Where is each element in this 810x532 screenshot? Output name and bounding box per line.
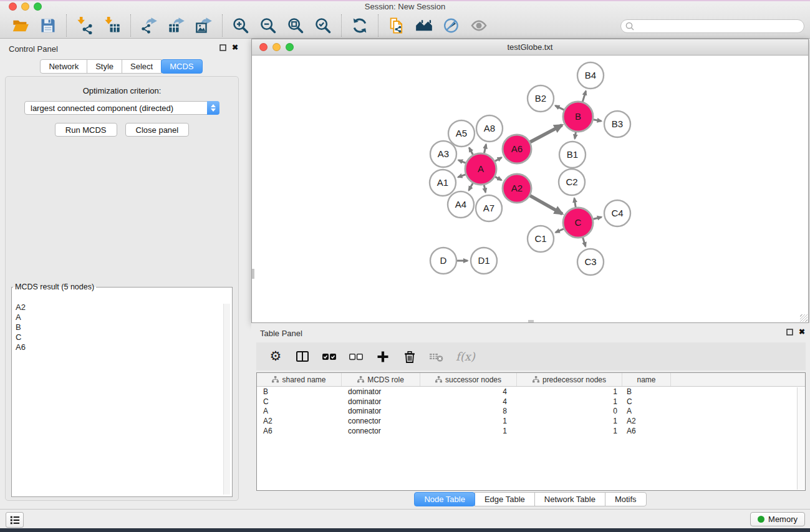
- run-mcds-button[interactable]: Run MCDS: [55, 123, 117, 137]
- graph-edge[interactable]: [555, 105, 564, 110]
- zoom-selected-icon[interactable]: [312, 15, 334, 36]
- export-network-icon[interactable]: [138, 15, 160, 36]
- function-icon[interactable]: f(x): [456, 349, 475, 364]
- graph-edge[interactable]: [530, 196, 562, 214]
- table-cell[interactable]: A2: [622, 417, 671, 425]
- vertical-scrollbar-stub[interactable]: [252, 269, 254, 279]
- result-item[interactable]: A: [14, 312, 221, 322]
- column-header-shared-name[interactable]: shared name: [257, 373, 342, 386]
- split-view-icon[interactable]: [295, 349, 310, 364]
- graph-edge[interactable]: [583, 238, 586, 246]
- graph-node-A7[interactable]: A7: [476, 195, 502, 221]
- table-cell[interactable]: A6: [622, 427, 671, 435]
- graph-edge[interactable]: [458, 160, 466, 163]
- table-cell[interactable]: 8: [420, 407, 517, 415]
- tab-edge-table[interactable]: Edge Table: [475, 492, 535, 506]
- save-session-icon[interactable]: [37, 15, 59, 36]
- minimize-network-window-button[interactable]: [272, 43, 281, 51]
- table-row[interactable]: Adominator80A: [257, 407, 805, 417]
- table-cell[interactable]: A6: [257, 427, 342, 435]
- float-table-panel-icon[interactable]: [786, 329, 793, 336]
- delete-table-icon[interactable]: [429, 349, 444, 364]
- import-network-icon[interactable]: [74, 15, 96, 36]
- table-cell[interactable]: dominator: [342, 397, 420, 406]
- table-cell[interactable]: 1: [420, 417, 517, 425]
- column-header-successor-nodes[interactable]: successor nodes: [420, 373, 517, 386]
- search-input[interactable]: [635, 21, 800, 31]
- graph-node-C4[interactable]: C4: [604, 200, 630, 226]
- table-scrollbar[interactable]: [797, 387, 804, 490]
- table-row[interactable]: A2connector11A2: [257, 416, 805, 426]
- graph-node-B[interactable]: B: [563, 102, 593, 132]
- search-field[interactable]: [620, 19, 804, 33]
- graph-edge[interactable]: [574, 198, 576, 208]
- graph-node-D1[interactable]: D1: [471, 248, 497, 274]
- table-cell[interactable]: 0: [517, 407, 622, 415]
- graph-node-B2[interactable]: B2: [528, 85, 554, 112]
- graph-edge[interactable]: [556, 229, 564, 233]
- graph-node-C3[interactable]: C3: [577, 249, 604, 275]
- tab-mcds[interactable]: MCDS: [161, 59, 202, 74]
- zoom-network-window-button[interactable]: [286, 43, 294, 51]
- column-header-name[interactable]: name: [622, 373, 671, 386]
- table-cell[interactable]: C: [257, 397, 342, 406]
- export-table-icon[interactable]: [165, 15, 188, 36]
- float-panel-icon[interactable]: [219, 44, 226, 51]
- graph-node-B3[interactable]: B3: [604, 111, 630, 137]
- network-window-titlebar[interactable]: testGlobe.txt: [252, 39, 808, 56]
- graph-node-A6[interactable]: A6: [503, 135, 531, 163]
- graph-node-C1[interactable]: C1: [528, 226, 554, 252]
- graph-node-A2[interactable]: A2: [503, 174, 531, 203]
- table-cell[interactable]: B: [622, 387, 671, 396]
- graph-edge[interactable]: [495, 158, 502, 162]
- graph-edge[interactable]: [575, 132, 576, 139]
- table-cell[interactable]: 1: [517, 417, 622, 425]
- table-cell[interactable]: 1: [517, 387, 622, 396]
- zoom-out-icon[interactable]: [257, 15, 279, 36]
- horizontal-scrollbar-stub[interactable]: [528, 320, 534, 322]
- table-cell[interactable]: dominator: [342, 407, 420, 415]
- gear-icon[interactable]: ⚙: [268, 349, 283, 364]
- graph-node-A5[interactable]: A5: [448, 120, 475, 147]
- tab-network[interactable]: Network: [40, 59, 87, 74]
- table-cell[interactable]: connector: [342, 417, 420, 425]
- refresh-icon[interactable]: [349, 15, 371, 36]
- graph-edge[interactable]: [530, 125, 562, 142]
- table-cell[interactable]: B: [257, 387, 342, 396]
- graph-node-A3[interactable]: A3: [430, 141, 456, 167]
- tab-motifs[interactable]: Motifs: [605, 492, 647, 506]
- table-cell[interactable]: connector: [342, 427, 420, 435]
- graph-edge[interactable]: [594, 120, 602, 121]
- table-row[interactable]: Cdominator41C: [257, 397, 805, 407]
- result-scrollbar[interactable]: [223, 304, 230, 495]
- clipboard-network-icon[interactable]: [385, 15, 408, 36]
- graph-edge[interactable]: [582, 91, 586, 102]
- deselect-all-checkboxes-icon[interactable]: [349, 349, 364, 364]
- graph-node-A4[interactable]: A4: [448, 191, 474, 218]
- tab-select[interactable]: Select: [122, 59, 162, 74]
- result-item[interactable]: B: [14, 322, 221, 332]
- import-table-icon[interactable]: [101, 15, 123, 36]
- export-image-icon[interactable]: [193, 15, 215, 36]
- zoom-in-icon[interactable]: [229, 15, 252, 36]
- table-cell[interactable]: C: [622, 397, 671, 406]
- table-cell[interactable]: 1: [420, 427, 517, 435]
- graph-edge[interactable]: [485, 144, 486, 153]
- graph-node-B4[interactable]: B4: [577, 62, 604, 89]
- graph-edge[interactable]: [469, 148, 473, 155]
- zoom-fit-icon[interactable]: [284, 15, 307, 36]
- trash-icon[interactable]: [402, 349, 417, 364]
- tab-node-table[interactable]: Node Table: [414, 492, 475, 506]
- result-item[interactable]: C: [14, 332, 221, 342]
- graph-node-A8[interactable]: A8: [476, 115, 503, 142]
- graph-node-A[interactable]: A: [465, 153, 496, 185]
- graph-node-C[interactable]: C: [563, 208, 593, 238]
- graph-edge[interactable]: [593, 217, 601, 219]
- result-item[interactable]: A2: [14, 302, 221, 312]
- close-network-window-button[interactable]: [259, 43, 268, 51]
- tab-network-table[interactable]: Network Table: [534, 492, 605, 506]
- table-row[interactable]: Bdominator41B: [257, 387, 805, 397]
- network-canvas[interactable]: B4B2BB3A5A8A6B1A3AC2A1A2A4A7C4CC1C3DD1: [252, 56, 808, 322]
- table-cell[interactable]: A: [257, 407, 342, 415]
- table-cell[interactable]: 1: [517, 397, 622, 406]
